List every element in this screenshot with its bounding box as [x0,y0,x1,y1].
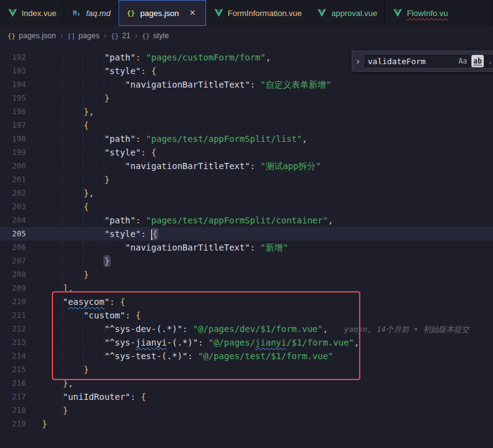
code-line-200[interactable]: 200 "navigationBarTitleText": "测试app拆分" [0,159,493,173]
line-content: "^sys-jianyi-(.*)": "@/pages/jianyi/$1/f… [42,336,493,349]
tab-label: faq.md [86,9,110,18]
breadcrumb-item-pages[interactable]: []pages [67,31,99,40]
line-number: 209 [0,281,26,295]
line-content: "navigationBarTitleText": "新增" [42,241,493,254]
line-content: }, [42,105,493,118]
line-number: 208 [0,268,26,281]
object-symbol-icon: {} [110,32,118,40]
code-line-206[interactable]: 206 "navigationBarTitleText": "新增" [0,241,493,254]
file-symbol-icon: {} [7,32,15,40]
code-line-202[interactable]: 202 }, [0,186,493,200]
line-number: 210 [0,295,26,309]
breadcrumb-label: pages [78,31,99,40]
tab-label: FlowInfo.vu [407,9,447,18]
line-content: }, [42,376,493,390]
code-line-204[interactable]: 204 "path": "pages/test/appFormSplit/con… [0,214,493,227]
code-line-203[interactable]: 203 { [0,200,493,214]
code-line-201[interactable]: 201 } [0,173,493,186]
find-toggles: Aaab.* [457,55,493,67]
find-expand-chevron-icon[interactable]: › [352,51,363,71]
line-content: } [42,417,493,431]
line-number: 211 [0,309,26,322]
line-number: 192 [0,51,26,64]
editor-pane[interactable]: 192 "path": "pages/customForm/form",193 … [0,46,493,448]
markdown-icon: M↓ [72,8,81,18]
code-line-217[interactable]: 217 "uniIdRouter": { [0,390,493,404]
line-number: 207 [0,254,26,268]
code-line-211[interactable]: 211 "custom": { [0,309,493,322]
line-number: 204 [0,214,26,227]
line-number: 219 [0,417,26,431]
breadcrumb-item-style[interactable]: {}style [142,31,169,40]
tab-label: approval.vue [331,9,377,18]
breadcrumb-label: pages.json [19,31,56,40]
tab-forminformation-vue[interactable]: FormInformation.vue [206,0,310,26]
code-line-216[interactable]: 216 }, [0,376,493,390]
find-widget: › validateForm Aaab.* [352,51,493,72]
line-number: 195 [0,91,26,105]
line-content: }, [42,186,493,200]
tab-flowinfo-vu[interactable]: FlowInfo.vu [385,0,493,26]
line-content: "path": "pages/test/appFormSplit/contain… [42,214,493,227]
code-line-213[interactable]: 213 "^sys-jianyi-(.*)": "@/pages/jianyi/… [0,336,493,349]
line-content: "easycom": { [42,295,493,309]
code-line-195[interactable]: 195 } [0,91,493,105]
line-content: "^sys-dev-(.*)": "@/pages/dev/$1/form.vu… [42,322,493,336]
tab-label: FormInformation.vue [228,9,302,18]
code-line-210[interactable]: 210 "easycom": { [0,295,493,309]
breadcrumb-separator: › [104,31,106,40]
code-line-208[interactable]: 208 } [0,268,493,281]
line-content: "navigationBarTitleText": "自定义表单新增" [42,78,493,91]
tab-index-vue[interactable]: Index.vue [0,0,64,26]
code-line-214[interactable]: 214 "^sys-test-(.*)": "@/pages/test/$1/f… [0,349,493,363]
code-area[interactable]: 192 "path": "pages/customForm/form",193 … [0,46,493,431]
code-line-215[interactable]: 215 } [0,363,493,376]
find-input[interactable]: validateForm Aaab.* [363,54,493,68]
code-line-212[interactable]: 212 "^sys-dev-(.*)": "@/pages/dev/$1/for… [0,322,493,336]
line-number: 194 [0,78,26,91]
vue-icon [213,8,223,18]
match-case-toggle-icon[interactable]: Aa [457,55,469,67]
vue-icon [7,8,17,18]
line-number: 203 [0,200,26,214]
tab-faq-md[interactable]: M↓faq.md [64,0,118,26]
line-content: { [42,118,493,132]
close-icon[interactable]: × [187,7,198,19]
code-line-198[interactable]: 198 "path": "pages/test/appFormSplit/lis… [0,132,493,146]
breadcrumb-label: style [153,31,169,40]
line-content: } [42,254,493,268]
tab-pages-json[interactable]: {}pages.json× [118,0,206,26]
code-line-194[interactable]: 194 "navigationBarTitleText": "自定义表单新增" [0,78,493,91]
code-line-196[interactable]: 196 }, [0,105,493,118]
code-line-197[interactable]: 197 { [0,118,493,132]
line-number: 213 [0,336,26,349]
code-line-205[interactable]: 205 "style": { [0,227,493,241]
json-braces-icon: {} [126,8,136,18]
vue-icon [392,8,402,18]
breadcrumb-separator: › [135,31,138,40]
line-content: } [42,363,493,376]
code-line-209[interactable]: 209 ], [0,281,493,295]
breadcrumb-separator: › [60,31,63,40]
tab-approval-vue[interactable]: approval.vue [310,0,385,26]
line-content: "^sys-test-(.*)": "@/pages/test/$1/form.… [42,349,493,363]
code-line-219[interactable]: 219} [0,417,493,431]
whole-word-toggle-icon[interactable]: ab [471,55,484,67]
code-line-199[interactable]: 199 "style": { [0,146,493,159]
breadcrumb-item-pages.json[interactable]: {}pages.json [7,31,56,40]
line-content: } [42,173,493,186]
breadcrumb: {}pages.json›[]pages›{}21›{}style [0,26,493,46]
line-content: "style": { [42,146,493,159]
breadcrumb-label: 21 [122,31,131,40]
regex-toggle-icon[interactable]: .* [486,55,493,67]
code-line-207[interactable]: 207 } [0,254,493,268]
line-content: "style": { [42,227,493,241]
array-symbol-icon: [] [67,32,75,40]
line-number: 214 [0,349,26,363]
line-number: 197 [0,118,26,132]
line-content: } [42,404,493,417]
code-line-218[interactable]: 218 } [0,404,493,417]
breadcrumb-item-21[interactable]: {}21 [110,31,130,40]
tab-label: pages.json [140,9,179,18]
tab-bar: Index.vueM↓faq.md{}pages.json×FormInform… [0,0,493,26]
